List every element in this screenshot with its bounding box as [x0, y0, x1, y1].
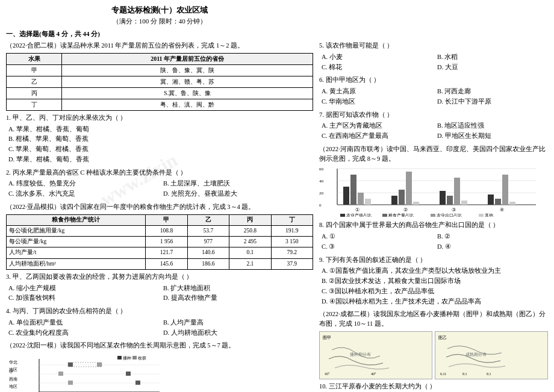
question-6: 6. 图中甲地区为（ ） A. 黄土高原 B. 河西走廊 C. 华南地区 D. …: [319, 75, 548, 106]
svg-text:40°: 40°: [371, 372, 376, 376]
q2-options: A. 纬度较低、热量充分 B. 土层深厚、土壤肥沃 C. 流水多系、水汽充足 D…: [6, 179, 313, 199]
q1-options: A. 苹果、柑橘、香蕉、葡萄 B. 柑橘、苹果、葡萄、香蕉 C. 苹果、葡萄、柑…: [6, 125, 313, 164]
q4-options: A. 单位面积产量低 B. 人均产量高 C. 农业集约化程度高 D. 人均耕地面…: [6, 318, 313, 338]
growth-chart: 1 2 3 4 5 6 7 8 9 10 11 12月 华北 地区 甲 西南 地…: [6, 353, 313, 392]
svg-rect-60: [502, 175, 508, 205]
q4-opt-a: A. 单位面积产量低: [8, 318, 158, 328]
table-row: 每公顷化肥施用量/kg 108.8 53.7 250.8 191.9: [7, 225, 313, 236]
svg-text:播种: 播种: [123, 356, 131, 361]
q3-opt-c: C. 加强畜牧饲料: [8, 293, 158, 303]
q6-text: 6. 图中甲地区为（ ）: [319, 75, 548, 85]
table-row: 乙 冀、湘、赣、粤、苏: [7, 76, 313, 87]
q4-opt-b: B. 人均产量高: [163, 318, 313, 328]
map-yi-svg: 图乙 成熟期分布 6.11 8.1 8.1: [435, 332, 547, 379]
table1-header-col2: 2011 年产量居前五位的省份: [62, 53, 313, 64]
q4-opt-d: D. 人均耕地面积大: [163, 328, 313, 338]
svg-text:20: 20: [319, 191, 324, 196]
q1-opt-a: A. 苹果、柑橘、香蕉、葡萄: [8, 125, 313, 134]
q9-options: A. ①国畜牧产值比重高，其农业生产类型以大牧场放牧业为主 B. ②国农业技术发…: [319, 266, 548, 306]
question-7: 7. 据图可知该农作物（ ） A. 主产区为青藏地区 B. 地区适应性强 C. …: [319, 110, 548, 141]
svg-text:播种期分布: 播种期分布: [350, 352, 371, 357]
svg-rect-65: [382, 214, 387, 217]
svg-text:地区: 地区: [8, 384, 17, 389]
q1-opt-d: D. 苹果、柑橘、葡萄、香蕉: [8, 155, 313, 164]
svg-text:农业产值占比: 农业产值占比: [346, 213, 372, 217]
svg-text:③: ③: [452, 207, 456, 213]
svg-text:6.11: 6.11: [440, 372, 446, 376]
intro1: （2022·合肥二模）读某品种水果 2011 年产量居前五位的省份列表，完成 1…: [6, 41, 313, 51]
table-row: 人均耕地面积/hm² 145.6 186.6 2.1 37.9: [7, 258, 313, 269]
svg-text:农业出口占比: 农业出口占比: [437, 213, 462, 217]
q5-opt-b: B. 水稻: [437, 52, 548, 62]
svg-rect-25: [126, 372, 131, 376]
q6-opt-b: B. 河西走廊: [437, 87, 548, 96]
q2-opt-c: C. 流水多系、水汽充足: [8, 189, 158, 199]
page-title: 专题达标检测(十）农业区域: [6, 5, 313, 16]
q9-opt-a: A. ①国畜牧产值比重高，其农业生产类型以大牧场放牧业为主: [322, 266, 548, 276]
q8-opt-b: B. ②: [437, 232, 548, 241]
svg-rect-29: [117, 356, 122, 359]
svg-text:图乙: 图乙: [438, 335, 447, 340]
svg-text:45°: 45°: [325, 372, 330, 376]
question-4: 4. 与丙、丁两国的农业特点相符的是（ ） A. 单位面积产量低 B. 人均产量…: [6, 306, 313, 337]
q5-opt-a: A. 小麦: [322, 52, 432, 62]
q4-opt-c: C. 农业集约化程度高: [8, 328, 158, 338]
svg-rect-28: [68, 381, 73, 385]
maps-container: 图甲 播种期分布 45° 40° 图乙 成熟期分布 6.11: [319, 331, 548, 379]
svg-text:0: 0: [319, 203, 322, 208]
svg-rect-43: [343, 187, 349, 205]
q1-opt-b: B. 柑橘、苹果、葡萄、香蕉: [8, 134, 313, 144]
q3-options: A. 缩小生产规模 B. 扩大耕地面积 C. 加强畜牧饲料 D. 提高农作物产量: [6, 284, 313, 303]
bar-chart-countries: 0 20 40 60 ① ②: [319, 166, 548, 218]
table-row: 丙 S.冀、鲁、陕、豫: [7, 87, 313, 99]
q5-opt-c: C. 棉花: [322, 63, 432, 72]
svg-rect-61: [509, 202, 515, 205]
svg-rect-54: [447, 196, 453, 205]
svg-rect-69: [479, 214, 484, 217]
q7-opt-c: C. 在西南地区产量最高: [322, 131, 432, 141]
svg-rect-22: [68, 362, 73, 367]
svg-text:其他: 其他: [485, 213, 493, 217]
question-1: 1. 甲、乙、丙、丁对应的水果依次为（ ） A. 苹果、柑橘、香蕉、葡萄 B. …: [6, 113, 313, 164]
q5-text: 5. 该农作物最可能是（ ）: [319, 41, 548, 51]
q8-text: 8. 四个国家中属于世界最大的商品谷物生产和出口国的是（ ）: [319, 220, 548, 230]
svg-rect-67: [431, 214, 435, 217]
q9-opt-b: B. ②国农业技术发达，其粮食大量出口国际市场: [322, 276, 548, 286]
table2: 粮食作物生产统计 甲 乙 丙 丁 每公顷化肥施用量/kg 108.8 53.7 …: [6, 214, 313, 270]
map-jia-svg: 图甲 播种期分布 45° 40°: [320, 332, 432, 379]
q5-options: A. 小麦 B. 水稻 C. 棉花 D. 大豆: [319, 52, 548, 72]
q6-opt-c: C. 华南地区: [322, 97, 432, 107]
svg-text:8.1: 8.1: [462, 372, 467, 376]
q6-opt-a: A. 黄土高原: [322, 87, 432, 96]
q10-text: 10. 三江平原春小麦的生长期大约为（ ）: [319, 382, 548, 391]
table1: 水果 2011 年产量居前五位的省份 甲 陕、鲁、豫、冀、陕 乙 冀、湘、赣、粤…: [6, 53, 313, 111]
svg-text:成熟期分布: 成熟期分布: [465, 352, 487, 357]
q7-opt-d: D. 甲地区生长期短: [437, 131, 548, 141]
q2-opt-b: B. 土层深厚、土壤肥沃: [163, 179, 313, 188]
svg-rect-49: [399, 190, 405, 205]
svg-rect-56: [461, 201, 467, 205]
q6-opt-d: D. 长江中下游平原: [437, 97, 548, 107]
q4-text: 4. 与丙、丁两国的农业特点相符的是（ ）: [6, 306, 313, 316]
svg-text:图甲: 图甲: [323, 335, 331, 340]
intro3: （2022·沈阳一模）读我国不同地区某农作物的生长周期示意图，完成 5～7 题。: [6, 341, 313, 350]
question-8: 8. 四个国家中属于世界最大的商品谷物生产和出口国的是（ ） A. ① B. ②…: [319, 220, 548, 251]
svg-rect-50: [406, 172, 412, 205]
svg-text:①: ①: [355, 207, 359, 213]
intro4: （2022·河南四市联考）读中国、马来西亚、印度尼、美国四个国家农业生产比例示意…: [319, 145, 548, 164]
q6-options: A. 黄土高原 B. 河西走廊 C. 华南地区 D. 长江中下游平原: [319, 87, 548, 107]
q7-options: A. 主产区为青藏地区 B. 地区适应性强 C. 在西南地区产量最高 D. 甲地…: [319, 121, 548, 141]
table1-header-col1: 水果: [7, 53, 62, 64]
growth-chart-svg: 1 2 3 4 5 6 7 8 9 10 11 12月 华北 地区 甲 西南 地…: [6, 353, 163, 392]
q2-opt-d: D. 光照充分、昼夜温差大: [163, 189, 313, 199]
q8-opt-d: D. ④: [437, 242, 548, 252]
question-9: 9. 下列有关各国的叙述正确的是（ ） A. ①国畜牧产值比重高，其农业生产类型…: [319, 255, 548, 306]
q3-text: 3. 甲、乙两国如要改善农业的经营，其努力进展的方向均是（ ）: [6, 272, 313, 282]
q1-text: 1. 甲、乙、丙、丁对应的水果依次为（ ）: [6, 113, 313, 123]
svg-text:甲: 甲: [9, 370, 13, 375]
svg-text:40: 40: [319, 179, 324, 184]
q8-options: A. ① B. ② C. ③ D. ④: [319, 232, 548, 252]
svg-rect-45: [358, 193, 364, 205]
intro2: （2022·亚晶模拟）读四个国家在同一年度中的粮食作物生产的统计表，完成 3～4…: [6, 202, 313, 212]
svg-rect-46: [365, 199, 371, 205]
